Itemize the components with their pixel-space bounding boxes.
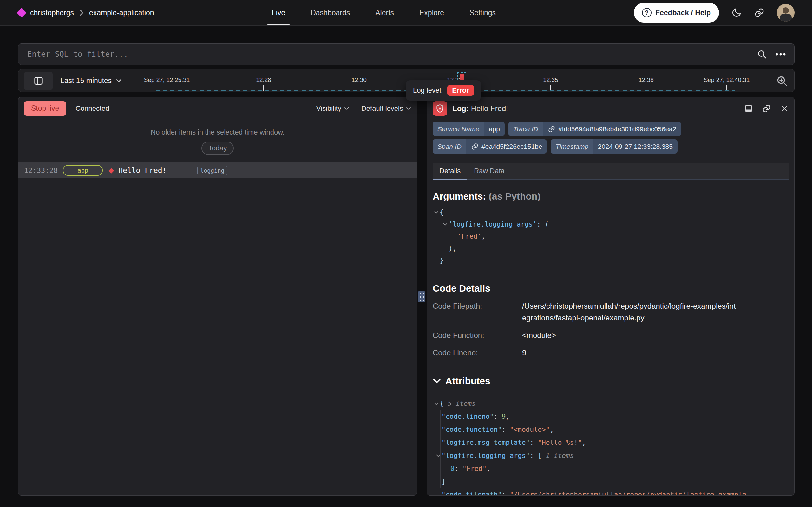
tab-details[interactable]: Details [433, 163, 467, 179]
search-icon[interactable] [757, 49, 767, 59]
tab-settings[interactable]: Settings [470, 0, 496, 25]
collapse-toggle-icon[interactable] [442, 223, 448, 226]
code-details-rows: Code Filepath: /Users/christophersamiull… [433, 300, 789, 358]
logfire-logo-icon[interactable] [16, 8, 26, 17]
more-options-icon[interactable] [775, 52, 786, 56]
breadcrumb-project[interactable]: example-application [89, 9, 154, 17]
code-text: : [454, 462, 462, 475]
log-meta-badges: Service Name app Trace ID #fdd5694a8fa98… [427, 120, 794, 154]
user-avatar[interactable] [777, 4, 795, 21]
dock-panel-icon[interactable] [744, 104, 753, 113]
time-range-label: Last 15 minutes [60, 76, 112, 85]
sql-filter-input[interactable] [18, 44, 757, 65]
service-badge[interactable]: app [63, 165, 103, 176]
code-index: 0 [450, 462, 454, 475]
time-range-selector[interactable]: Last 15 minutes [60, 69, 122, 92]
collapse-toggle-icon[interactable] [433, 402, 440, 405]
span-id-value: #ea4d5f226ec151be [482, 143, 542, 150]
panel-resize-grip[interactable] [417, 289, 426, 304]
code-string: "/Users/christophersamiullah/repos/pydan… [510, 488, 746, 496]
code-text: , [582, 436, 586, 449]
function-label: Code Function: [433, 329, 522, 341]
link-icon [548, 125, 555, 133]
arguments-heading-text: Arguments: [433, 191, 486, 202]
badge-value: app [484, 122, 505, 136]
divider [433, 392, 789, 392]
badge-label: Trace ID [508, 122, 543, 136]
code-key: "code.lineno" [442, 410, 494, 423]
log-detail-panel: Log: Hello Fred! Service Name app Trace … [427, 97, 795, 496]
default-levels-dropdown[interactable]: Default levels [361, 104, 411, 113]
code-text: ] [442, 475, 446, 488]
zoom-in-button[interactable] [776, 75, 788, 87]
tab-dashboards[interactable]: Dashboards [311, 0, 350, 25]
arguments-heading: Arguments: (as Python) [433, 191, 789, 202]
logging-tag[interactable]: logging [197, 166, 228, 175]
timeline-tick-label: 12:38 [638, 76, 654, 83]
feedback-help-button[interactable]: ? Feedback / Help [634, 3, 719, 22]
tab-raw-data[interactable]: Raw Data [467, 163, 511, 179]
code-key: "code.filepath" [442, 488, 502, 496]
help-icon: ? [642, 8, 651, 17]
timeline-tick-label: Sep 27, 12:25:31 [144, 76, 190, 83]
log-title-prefix: Log: [452, 104, 469, 113]
primary-nav: Live Dashboards Alerts Explore Settings [272, 0, 496, 25]
timeline-tick-label: 12:30 [352, 76, 367, 83]
error-level-badge: Error [447, 85, 474, 96]
sidebar-toggle-button[interactable] [24, 72, 53, 90]
collapse-toggle-icon[interactable] [433, 211, 440, 214]
code-text: : [502, 423, 510, 436]
tab-explore[interactable]: Explore [419, 0, 444, 25]
today-button[interactable]: Today [201, 142, 234, 155]
breadcrumb: christophergs example-application [18, 0, 154, 25]
link-icon [471, 143, 479, 150]
tab-alerts[interactable]: Alerts [375, 0, 394, 25]
moon-icon [731, 7, 742, 18]
chevron-down-icon [406, 107, 411, 110]
chevron-down-icon [116, 79, 122, 82]
share-link-button[interactable] [754, 7, 765, 18]
log-row-selected[interactable]: 12:33:28 app ◆ Hello Fred! logging [18, 162, 417, 178]
breadcrumb-org[interactable]: christophergs [30, 9, 74, 17]
top-nav: christophergs example-application Live D… [0, 0, 812, 26]
attributes-heading: Attributes [445, 376, 490, 386]
code-text: , [482, 230, 486, 242]
visibility-dropdown[interactable]: Visibility [316, 104, 349, 113]
log-detail-header: Log: Hello Fred! [427, 97, 794, 120]
code-text: : [530, 436, 538, 449]
code-key: "logfire.msg_template" [442, 436, 530, 449]
code-text: : ( [537, 218, 549, 230]
code-text: : [494, 410, 501, 423]
code-meta: 1 items [546, 449, 574, 462]
badge-label: Timestamp [551, 139, 593, 154]
tab-live[interactable]: Live [272, 0, 285, 25]
visibility-label: Visibility [316, 104, 341, 113]
default-levels-label: Default levels [361, 104, 403, 113]
attributes-code-tree: { 5 items "code.lineno": 9, "code.functi… [433, 397, 789, 496]
timestamp-badge[interactable]: Timestamp 2024-09-27 12:33:28.385 [551, 139, 678, 154]
nav-actions: ? Feedback / Help [634, 0, 795, 25]
code-key: "code.function" [442, 423, 502, 436]
code-text: { [440, 397, 447, 410]
panel-left-icon [33, 76, 44, 86]
trace-id-badge[interactable]: Trace ID #fdd5694a8fa98eb4e301d99ebc056e… [508, 122, 681, 136]
trace-id-value: #fdd5694a8fa98eb4e301d99ebc056ea2 [558, 125, 677, 133]
service-name-badge[interactable]: Service Name app [433, 122, 505, 136]
detail-tabs: Details Raw Data [433, 163, 789, 180]
copy-link-icon[interactable] [762, 104, 771, 113]
dark-mode-toggle[interactable] [731, 7, 742, 18]
filepath-value: /Users/christophersamiullah/repos/pydant… [522, 300, 737, 324]
stop-live-button[interactable]: Stop live [24, 101, 66, 116]
close-icon[interactable] [780, 104, 789, 113]
tooltip-label: Log level: [413, 86, 443, 95]
code-details-heading: Code Details [433, 283, 789, 294]
code-text: , [487, 462, 491, 475]
chevron-down-icon [344, 107, 349, 110]
log-detail-title: Log: Hello Fred! [452, 104, 508, 113]
code-key: "logfire.logging_args" [442, 449, 530, 462]
log-level-tooltip: Log level: Error [406, 80, 481, 101]
attributes-section-toggle[interactable]: Attributes [433, 376, 789, 386]
span-id-badge[interactable]: Span ID #ea4d5f226ec151be [433, 139, 547, 154]
divider [136, 74, 136, 88]
badge-label: Span ID [433, 139, 466, 154]
